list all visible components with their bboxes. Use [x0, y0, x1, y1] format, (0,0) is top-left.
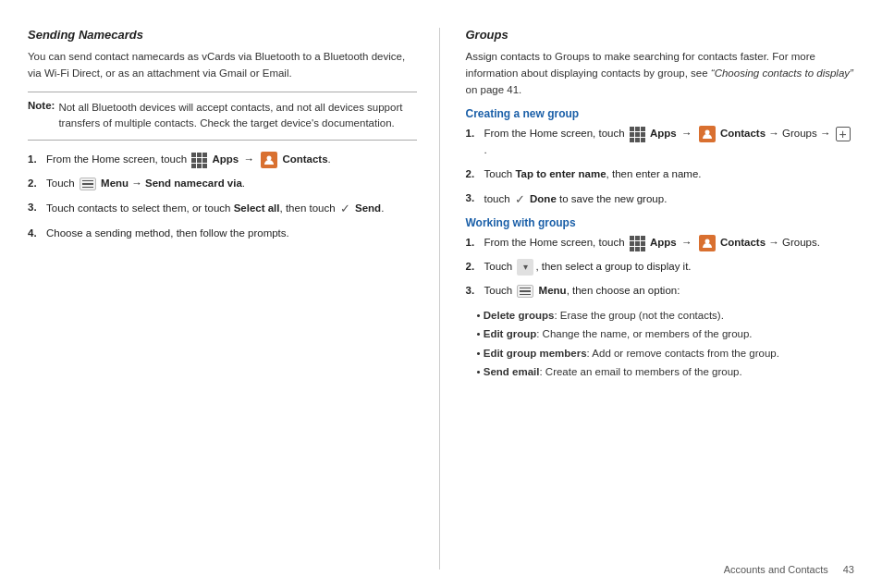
work-step-num-1: 1. [466, 235, 484, 251]
send-namecard-text: → Send namecard via [131, 178, 242, 189]
create-step-num-3: 3. [466, 190, 484, 209]
apps-label-3: Apps [650, 237, 677, 248]
delete-groups-text: : Erase the group (not the contacts). [554, 310, 723, 321]
contacts-label-2: Contacts [720, 128, 766, 139]
footer-right: 43 [843, 564, 854, 575]
work-step-2: 2. Touch ▾, then select a group to displ… [466, 259, 855, 276]
menu-icon-2 [517, 285, 533, 298]
svg-point-1 [704, 130, 709, 135]
step-content-2: Touch Menu → Send namecard via. [46, 176, 417, 192]
left-steps-list: 1. From the Home screen, touch Apps → Co… [28, 152, 417, 242]
right-column: Groups Assign contacts to Groups to make… [440, 28, 855, 570]
creating-group-steps: 1. From the Home screen, touch Apps → Co… [466, 126, 855, 209]
done-label: Done [530, 193, 557, 204]
bullet-delete-groups: Delete groups: Erase the group (not the … [477, 307, 855, 324]
menu-lines-2 [518, 286, 533, 298]
step-content-3: Touch contacts to select them, or touch … [46, 200, 417, 218]
left-step-4: 4. Choose a sending method, then follow … [28, 226, 417, 242]
bullet-edit-group: Edit group: Change the name, or members … [477, 325, 855, 342]
work-step-content-2: Touch ▾, then select a group to display … [484, 259, 855, 276]
edit-members-text: : Add or remove contacts from the group. [587, 348, 779, 359]
edit-group-label: Edit group [484, 328, 537, 339]
note-text: Not all Bluetooth devices will accept co… [58, 100, 416, 133]
edit-members-label: Edit group members [484, 348, 587, 359]
step-num-3: 3. [28, 200, 46, 218]
svg-point-2 [704, 239, 709, 244]
work-step-num-2: 2. [466, 259, 484, 276]
create-step-1: 1. From the Home screen, touch Apps → Co… [466, 126, 855, 159]
apps-grid-icon [191, 153, 207, 168]
contacts-icon-1 [261, 152, 277, 168]
creating-group-title: Creating a new group [466, 107, 855, 120]
work-step-1: 1. From the Home screen, touch Apps → Co… [466, 235, 855, 251]
apps-grid-icon-2 [630, 127, 645, 142]
right-intro: Assign contacts to Groups to make search… [466, 49, 855, 98]
send-email-text: : Create an email to members of the grou… [539, 366, 741, 377]
create-step-3: 3. touch ✓ Done to save the new group. [466, 190, 855, 209]
work-step-num-3: 3. [466, 283, 484, 300]
step-num-1: 1. [28, 152, 46, 168]
create-step-content-1: From the Home screen, touch Apps → Conta… [484, 126, 855, 159]
done-checkmark-icon: ✓ [515, 190, 525, 209]
left-step-3: 3. Touch contacts to select them, or tou… [28, 200, 417, 218]
bullet-send-email: Send email: Create an email to members o… [477, 363, 855, 380]
step-content-4: Choose a sending method, then follow the… [46, 226, 417, 242]
bullet-edit-members: Edit group members: Add or remove contac… [477, 345, 855, 361]
apps-label: Apps [213, 153, 239, 165]
menu-icon-1 [80, 178, 96, 190]
arrow-3: → [681, 237, 692, 248]
menu-lines-1 [80, 178, 95, 190]
work-step-content-3: Touch Menu, then choose an option: [484, 283, 855, 300]
create-step-content-3: touch ✓ Done to save the new group. [484, 190, 855, 209]
groups-text-2: → Groups [768, 237, 816, 248]
arrow-1: → [243, 153, 254, 165]
right-intro-end: on page 41. [466, 84, 522, 95]
arrow-2: → [681, 128, 692, 139]
groups-arrow-text: → Groups → [768, 128, 830, 139]
left-step-1: 1. From the Home screen, touch Apps → Co… [28, 152, 417, 168]
contacts-label-1: Contacts [282, 153, 327, 165]
right-section-title: Groups [466, 28, 855, 42]
contacts-icon-3 [699, 235, 716, 251]
contacts-label-3: Contacts [720, 237, 766, 248]
footer-left: Accounts and Contacts [724, 564, 828, 575]
select-all-label: Select all [234, 202, 280, 214]
step-num-4: 4. [28, 226, 46, 242]
left-step-2: 2. Touch Menu → Send namecard via. [28, 176, 417, 192]
note-box: Note: Not all Bluetooth devices will acc… [28, 92, 417, 141]
left-column: Sending Namecards You can send contact n… [28, 28, 440, 570]
plus-icon: + [836, 127, 851, 141]
svg-point-0 [267, 156, 272, 161]
working-groups-title: Working with groups [466, 216, 855, 229]
left-section-title: Sending Namecards [28, 28, 417, 42]
left-intro: You can send contact namecards as vCards… [28, 49, 417, 82]
menu-label-2: Menu [539, 285, 567, 296]
working-group-steps: 1. From the Home screen, touch Apps → Co… [466, 235, 855, 300]
create-step-num-1: 1. [466, 126, 484, 159]
edit-group-text: : Change the name, or members of the gro… [536, 328, 752, 339]
tap-enter-name-label: Tap to enter name [515, 168, 606, 179]
create-step-content-2: Touch Tap to enter name, then enter a na… [484, 166, 855, 183]
right-intro-italic: “Choosing contacts to display” [711, 67, 853, 79]
note-label: Note: [28, 100, 55, 133]
footer: Accounts and Contacts 43 [724, 564, 854, 575]
apps-grid-icon-3 [630, 236, 645, 251]
create-step-2: 2. Touch Tap to enter name, then enter a… [466, 166, 855, 183]
menu-options-list: Delete groups: Erase the group (not the … [477, 307, 855, 381]
send-checkmark-icon: ✓ [340, 200, 350, 218]
send-email-label: Send email [484, 366, 540, 377]
step-content-1: From the Home screen, touch Apps → Conta… [46, 152, 417, 168]
delete-groups-label: Delete groups [484, 310, 555, 321]
contacts-icon-2 [699, 126, 716, 142]
dropdown-icon: ▾ [517, 259, 533, 276]
menu-label-1: Menu [101, 178, 129, 189]
send-label: Send [355, 202, 381, 214]
work-step-3: 3. Touch Menu, then choose an option: [466, 283, 855, 300]
step-num-2: 2. [28, 176, 46, 192]
work-step-content-1: From the Home screen, touch Apps → Conta… [484, 235, 855, 251]
apps-label-2: Apps [650, 128, 677, 139]
create-step-num-2: 2. [466, 166, 484, 183]
